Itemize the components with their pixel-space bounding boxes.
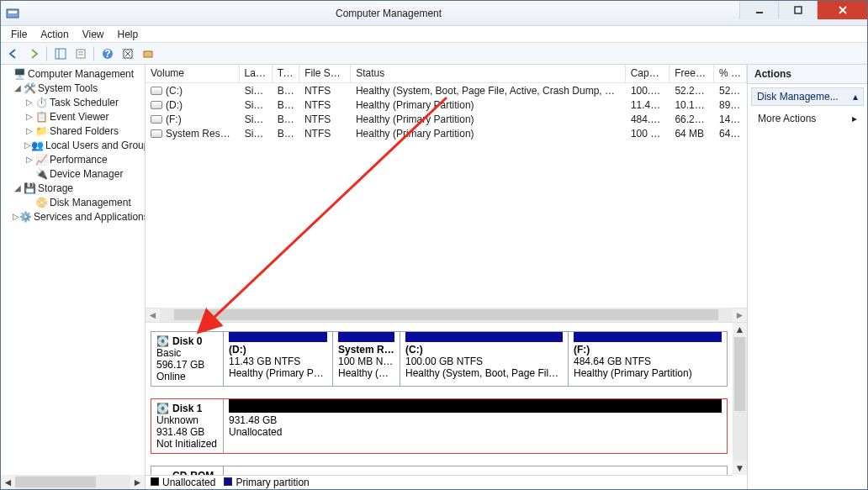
col-pct[interactable]: % Free bbox=[714, 65, 747, 82]
col-free[interactable]: Free Space bbox=[670, 65, 714, 82]
volume-list-header[interactable]: Volume Layout Type File System Status Ca… bbox=[146, 65, 747, 83]
partition[interactable]: System Rese100 MB NTFSHealthy (Prim bbox=[333, 332, 400, 386]
tree-storage[interactable]: ◢💾Storage bbox=[1, 181, 145, 195]
partition[interactable]: (C:)100.00 GB NTFSHealthy (System, Boot,… bbox=[400, 332, 569, 386]
volume-row[interactable]: System Reserved (E:)SimpleBasicNTFSHealt… bbox=[146, 126, 747, 140]
menu-view[interactable]: View bbox=[76, 27, 111, 42]
scroll-right-icon[interactable]: ► bbox=[733, 308, 747, 322]
scroll-up-icon[interactable]: ▲ bbox=[733, 323, 747, 337]
volume-row[interactable]: (D:)SimpleBasicNTFSHealthy (Primary Part… bbox=[146, 97, 747, 112]
window-title: Computer Management bbox=[336, 8, 442, 19]
tree-root[interactable]: 🖥️Computer Management bbox=[1, 66, 145, 81]
tree-task-scheduler[interactable]: ▷⏱️Task Scheduler bbox=[1, 95, 145, 109]
svg-rect-1 bbox=[8, 11, 17, 13]
minimize-button[interactable] bbox=[739, 1, 778, 19]
disk-icon: 💽 bbox=[156, 335, 169, 347]
volume-list[interactable]: (C:)SimpleBasicNTFSHealthy (System, Boot… bbox=[146, 83, 747, 140]
tree-services[interactable]: ▷⚙️Services and Applications bbox=[1, 209, 145, 224]
refresh-button[interactable] bbox=[119, 45, 137, 63]
maximize-button[interactable] bbox=[778, 1, 817, 19]
scroll-left-icon[interactable]: ◄ bbox=[1, 475, 15, 489]
disk-graphical-view[interactable]: 💽Disk 0 Basic 596.17 GB Online (D:)11.43… bbox=[146, 322, 747, 490]
svg-text:?: ? bbox=[104, 48, 110, 60]
svg-line-4 bbox=[839, 7, 846, 13]
unallocated-bar bbox=[229, 399, 722, 413]
disk-1-block[interactable]: 💽Disk 1 Unknown 931.48 GB Not Initialize… bbox=[151, 398, 728, 454]
menu-action[interactable]: Action bbox=[34, 27, 75, 42]
tree-shared-folders[interactable]: ▷📁Shared Folders bbox=[1, 124, 145, 138]
disk-v-scrollbar[interactable]: ▲ ▼ bbox=[733, 323, 747, 476]
legend-unallocated: Unallocated bbox=[151, 477, 215, 488]
col-type[interactable]: Type bbox=[273, 65, 299, 82]
scroll-right-icon[interactable]: ► bbox=[130, 475, 145, 489]
menu-help[interactable]: Help bbox=[111, 27, 146, 42]
tree-disk-management[interactable]: 📀Disk Management bbox=[1, 195, 145, 209]
app-icon bbox=[6, 7, 19, 20]
col-layout[interactable]: Layout bbox=[240, 65, 273, 82]
partition[interactable]: (D:)11.43 GB NTFSHealthy (Primary Partit… bbox=[224, 332, 333, 386]
drive-icon bbox=[151, 129, 162, 138]
help-button[interactable]: ? bbox=[98, 45, 117, 63]
properties-button[interactable] bbox=[71, 45, 90, 63]
legend-primary: Primary partition bbox=[224, 477, 309, 488]
back-button[interactable] bbox=[4, 45, 23, 63]
close-button[interactable] bbox=[817, 1, 867, 19]
toolbar-separator bbox=[46, 46, 48, 61]
collapse-icon: ▴ bbox=[853, 91, 858, 103]
disk-icon: 💽 bbox=[156, 403, 169, 414]
svg-rect-3 bbox=[795, 7, 802, 13]
actions-more[interactable]: More Actions▸ bbox=[748, 109, 867, 128]
volume-row[interactable]: (F:)SimpleBasicNTFSHealthy (Primary Part… bbox=[146, 112, 747, 126]
col-fs[interactable]: File System bbox=[299, 65, 351, 82]
drive-icon bbox=[151, 87, 162, 95]
legend: Unallocated Primary partition bbox=[146, 475, 733, 489]
drive-icon bbox=[151, 115, 162, 124]
scroll-left-icon[interactable]: ◄ bbox=[146, 308, 160, 322]
svg-line-5 bbox=[839, 7, 846, 13]
settings-button[interactable] bbox=[139, 45, 157, 63]
tree-h-scrollbar[interactable]: ◄ ► bbox=[1, 475, 145, 489]
tree-event-viewer[interactable]: ▷📋Event Viewer bbox=[1, 109, 145, 124]
drive-icon bbox=[151, 101, 162, 109]
tree-system-tools[interactable]: ◢🛠️System Tools bbox=[1, 81, 145, 95]
disk-0-info: 💽Disk 0 Basic 596.17 GB Online bbox=[151, 332, 224, 386]
tree-performance[interactable]: ▷📈Performance bbox=[1, 152, 145, 166]
actions-header: Actions bbox=[748, 65, 867, 84]
main-pane: Volume Layout Type File System Status Ca… bbox=[146, 65, 748, 489]
col-status[interactable]: Status bbox=[351, 65, 626, 82]
disk-1-info: 💽Disk 1 Unknown 931.48 GB Not Initialize… bbox=[151, 399, 224, 453]
scroll-down-icon[interactable]: ▼ bbox=[733, 461, 747, 475]
partition-size: 931.48 GB bbox=[229, 414, 722, 426]
volume-h-scrollbar[interactable]: ◄ ► bbox=[146, 308, 747, 322]
toolbar-separator bbox=[93, 46, 95, 61]
actions-pane: Actions Disk Manageme...▴ More Actions▸ bbox=[748, 65, 867, 489]
col-capacity[interactable]: Capacity bbox=[626, 65, 670, 82]
col-volume[interactable]: Volume bbox=[146, 65, 240, 82]
tree-device-manager[interactable]: 🔌Device Manager bbox=[1, 166, 145, 181]
actions-sub-header[interactable]: Disk Manageme...▴ bbox=[751, 87, 864, 106]
tree-pane: 🖥️Computer Management ◢🛠️System Tools ▷⏱… bbox=[1, 65, 146, 489]
volume-row[interactable]: (C:)SimpleBasicNTFSHealthy (System, Boot… bbox=[146, 83, 747, 97]
show-hide-tree-button[interactable] bbox=[51, 45, 70, 63]
toolbar: ? bbox=[1, 43, 867, 65]
submenu-icon: ▸ bbox=[852, 113, 857, 124]
menubar: File Action View Help bbox=[1, 26, 867, 43]
svg-rect-6 bbox=[56, 49, 66, 59]
partition-status: Unallocated bbox=[229, 426, 722, 438]
menu-file[interactable]: File bbox=[4, 27, 34, 42]
disk-0-block[interactable]: 💽Disk 0 Basic 596.17 GB Online (D:)11.43… bbox=[151, 331, 728, 387]
svg-rect-14 bbox=[144, 51, 152, 57]
tree-local-users[interactable]: ▷👥Local Users and Groups bbox=[1, 138, 145, 152]
svg-rect-8 bbox=[77, 50, 85, 58]
forward-button[interactable] bbox=[24, 45, 43, 63]
titlebar: Computer Management bbox=[1, 1, 867, 26]
partition[interactable]: (F:)484.64 GB NTFSHealthy (Primary Parti… bbox=[569, 332, 727, 386]
